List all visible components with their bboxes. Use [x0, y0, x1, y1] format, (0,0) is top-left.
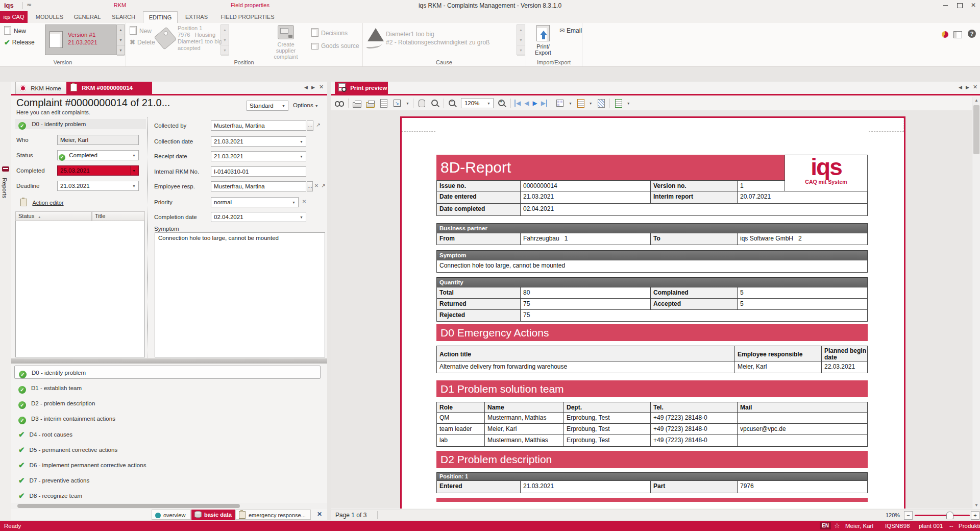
collection-date-select[interactable]: 21.03.2021 ▼: [211, 136, 306, 147]
collected-by-jump-icon[interactable]: ↗: [315, 120, 322, 131]
position-delete-button[interactable]: ✖Delete: [130, 38, 155, 46]
left-horizontal-scrollbar[interactable]: [11, 503, 327, 509]
employee-resp-picker-button[interactable]: …: [307, 181, 313, 191]
zoom-level-combo[interactable]: 120% ▼: [461, 98, 494, 108]
layout-dropdown-icon[interactable]: ▼: [569, 102, 572, 105]
search-binoculars-icon[interactable]: [335, 99, 345, 108]
decisions-button[interactable]: Decisions: [311, 28, 348, 37]
collected-by-field[interactable]: Musterfrau, Martina: [211, 120, 306, 131]
scroll-up-icon[interactable]: ▲: [517, 25, 525, 35]
status-select[interactable]: ✓ Completed ▼: [57, 150, 139, 160]
watermark-icon[interactable]: [598, 99, 605, 108]
quick-access-customize-icon[interactable]: ≂: [27, 1, 32, 8]
scroll-up-icon[interactable]: ▲: [117, 25, 125, 35]
print-icon[interactable]: [353, 102, 361, 108]
gallery-expand-icon[interactable]: ▼: [221, 45, 229, 56]
d-phase-item-6[interactable]: ✔D6 - implement permanent corrective act…: [14, 458, 321, 472]
action-editor-link[interactable]: Action editor: [20, 198, 64, 207]
grid-column-status[interactable]: Status ▲: [15, 211, 92, 221]
create-supplier-complaint-button[interactable]: Create supplier complaint: [270, 25, 302, 60]
preview-canvas[interactable]: 8D-Report iqs CAQ mit System Issue no. 0…: [331, 110, 972, 509]
first-page-icon[interactable]: ◀: [514, 100, 521, 107]
tab-search[interactable]: SEARCH: [108, 11, 139, 23]
d-phase-item-7[interactable]: ✔D7 - preventive actions: [14, 474, 321, 487]
employee-resp-field[interactable]: Musterfrau, Martina: [211, 181, 306, 191]
tab-general[interactable]: GENERAL: [70, 11, 104, 23]
d-phase-item-0[interactable]: ✓D0 - identify problem: [14, 366, 321, 379]
next-page-icon[interactable]: ▶: [532, 100, 537, 107]
priority-select[interactable]: normal ▼: [211, 197, 299, 207]
tab-field-properties[interactable]: FIELD PROPERTIES: [216, 11, 279, 23]
left-panel-close-icon[interactable]: ✕: [319, 84, 324, 90]
maximize-button[interactable]: [952, 0, 967, 11]
form-splitter[interactable]: [148, 117, 148, 357]
last-page-icon[interactable]: ▶: [541, 100, 547, 107]
collected-by-picker-button[interactable]: …: [307, 120, 313, 131]
preview-scroll-right-icon[interactable]: ▶: [966, 85, 969, 90]
gallery-expand-icon[interactable]: ▼: [517, 45, 525, 56]
close-button[interactable]: ✕: [967, 0, 980, 11]
fit-to-window-icon[interactable]: ↘: [394, 100, 401, 107]
goods-source-button[interactable]: Goods source: [311, 42, 359, 50]
bottom-tabs-close-icon[interactable]: ✕: [317, 511, 322, 518]
zoom-slider-track[interactable]: [915, 515, 970, 516]
reports-side-tab[interactable]: Reports: [2, 178, 8, 198]
tab-modules[interactable]: MODULES: [32, 11, 67, 23]
tab-rkm-home[interactable]: RKM Home: [15, 82, 67, 95]
employee-resp-clear-icon[interactable]: ✕: [313, 181, 320, 191]
deadline-select[interactable]: 21.03.2021 ▼: [57, 181, 139, 191]
completed-date-select[interactable]: 25.03.2021 ▼: [57, 165, 139, 176]
left-panel-scroll-right-icon[interactable]: ▶: [311, 85, 315, 90]
star-icon[interactable]: ☆: [834, 522, 840, 529]
style-theme-icon[interactable]: [942, 31, 948, 38]
tab-iqs-caq[interactable]: iqs CAQ: [0, 11, 28, 23]
save-export-dropdown-icon[interactable]: ▼: [627, 102, 630, 105]
tab-extras[interactable]: EXTRAS: [181, 11, 212, 23]
fit-dropdown-icon[interactable]: ▼: [406, 102, 409, 105]
tab-print-preview[interactable]: Print preview: [335, 82, 388, 94]
gallery-expand-icon[interactable]: ▼: [117, 45, 125, 56]
position-new-button[interactable]: New: [130, 26, 152, 35]
zoom-out-button[interactable]: −: [904, 511, 913, 520]
preview-vertical-scrollbar[interactable]: ▲ ▼: [972, 97, 980, 509]
print-settings-icon[interactable]: [366, 102, 375, 108]
employee-resp-jump-icon[interactable]: ↗: [320, 181, 327, 191]
d-phase-item-5[interactable]: ✔D5 - permanent corrective actions: [14, 443, 321, 456]
scroll-down-icon[interactable]: ▼: [972, 503, 980, 508]
scrollbar-thumb[interactable]: [973, 105, 979, 154]
bottom-tab-basic-data[interactable]: basic data: [191, 510, 235, 520]
tab-editing[interactable]: EDITING: [143, 11, 178, 23]
scroll-up-icon[interactable]: ▲: [221, 25, 229, 35]
d-phase-item-8[interactable]: ✔D8 - recognize team: [14, 489, 321, 502]
save-export-icon[interactable]: [615, 99, 622, 108]
symptom-textarea[interactable]: Connection hole too large, cannot be mou…: [155, 232, 325, 357]
d-phase-item-3[interactable]: ✓D3 - interim containment actions: [14, 412, 321, 425]
scroll-down-icon[interactable]: ▼: [517, 35, 525, 45]
completion-date-select[interactable]: 02.04.2021 ▼: [211, 212, 306, 222]
print-export-button[interactable]: Print/ Export: [529, 25, 557, 56]
actions-grid-body[interactable]: [15, 221, 145, 357]
version-gallery-selected-item[interactable]: Version #121.03.2021: [45, 25, 117, 55]
page-setup-icon[interactable]: [380, 99, 387, 108]
help-icon[interactable]: ?: [968, 30, 976, 38]
d-phase-item-2[interactable]: ✓D2 - problem description: [14, 397, 321, 410]
email-button[interactable]: ✉Email: [559, 27, 582, 34]
preview-close-icon[interactable]: ✕: [973, 84, 977, 90]
export-icon[interactable]: [577, 99, 584, 108]
internal-rkm-no-field[interactable]: I-0140310-01: [211, 166, 306, 177]
left-panel-scroll-left-icon[interactable]: ◀: [304, 85, 308, 90]
d-phase-item-1[interactable]: ✓D1 - establish team: [14, 381, 321, 395]
zoom-slider-thumb[interactable]: [946, 512, 953, 519]
zoom-region-icon[interactable]: [431, 100, 438, 106]
priority-clear-icon[interactable]: ✕: [301, 197, 307, 207]
zoom-in-button[interactable]: +: [971, 511, 979, 520]
position-gallery-scrollbar[interactable]: ▲ ▼ ▼: [220, 25, 229, 55]
zoom-out-icon[interactable]: −: [449, 100, 455, 106]
bottom-tab-emergency-response[interactable]: emergency response...: [235, 510, 311, 520]
horizontal-splitter[interactable]: [11, 358, 327, 364]
bottom-tab-overview[interactable]: overview: [152, 510, 191, 520]
version-release-button[interactable]: ✔Release: [4, 38, 35, 46]
preview-scroll-left-icon[interactable]: ◀: [959, 85, 962, 90]
version-new-button[interactable]: New: [4, 26, 26, 35]
view-profile-select[interactable]: Standard ▼: [247, 101, 288, 111]
